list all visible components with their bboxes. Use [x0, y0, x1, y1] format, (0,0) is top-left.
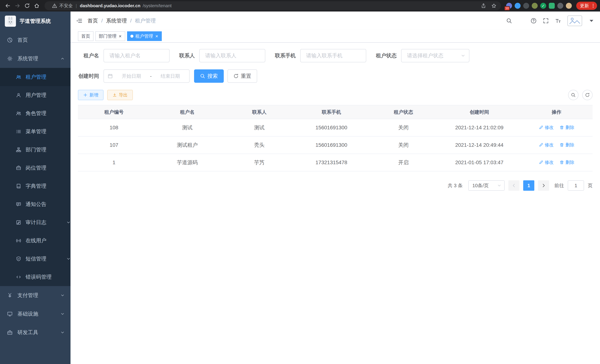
sidebar-item-user[interactable]: 用户管理 [0, 86, 71, 104]
pagination: 共 3 条 10条/页 1 前往 页 [78, 180, 593, 191]
tenant-status-select[interactable]: 请选择租户状态 [401, 49, 469, 62]
search-icon[interactable] [506, 18, 512, 24]
export-button[interactable]: 导出 [107, 90, 133, 100]
page-size-select[interactable]: 10条/页 [468, 180, 505, 191]
search-icon [200, 74, 205, 79]
browser-chrome: 不安全 | dashboard.yudao.iocoder.cn/system/… [0, 0, 600, 11]
next-page-button[interactable] [538, 180, 549, 191]
reset-button-label: 重置 [241, 73, 251, 80]
pencil-icon [539, 160, 543, 165]
edit-button[interactable]: 修改 [539, 124, 554, 131]
sidebar-item-role[interactable]: 角色管理 [0, 104, 71, 122]
sidebar-item-dev-tool[interactable]: 研发工具 [0, 323, 71, 342]
sidebar-item-system[interactable]: 系统管理 [0, 49, 71, 68]
edit-button[interactable]: 修改 [539, 142, 554, 148]
sidebar-item-post[interactable]: 岗位管理 [0, 159, 71, 177]
sidebar-item-home[interactable]: 首页 [0, 31, 71, 49]
sidebar-item-sms[interactable]: 短信管理 [0, 250, 71, 268]
extension-icon-2[interactable] [515, 3, 521, 9]
goto-page-input[interactable] [568, 180, 584, 191]
address-bar[interactable]: 不安全 | dashboard.yudao.iocoder.cn/system/… [45, 1, 501, 10]
sidebar-item-audit-log[interactable]: 审计日志 [0, 213, 71, 232]
delete-button[interactable]: 删除 [560, 159, 574, 165]
prev-page-button[interactable] [508, 180, 519, 191]
chevron-down-icon [66, 257, 71, 261]
caret-down-icon[interactable] [589, 18, 594, 24]
delete-button-label: 删除 [565, 124, 574, 131]
cell-status: 关闭 [369, 119, 438, 136]
share-icon[interactable] [481, 3, 486, 8]
extension-icon-1[interactable]: 10 [506, 3, 512, 9]
github-icon[interactable] [518, 18, 524, 24]
bookmark-star-icon[interactable] [491, 3, 497, 8]
sidebar-item-tenant[interactable]: 租户管理 [0, 68, 71, 86]
extension-icon-7[interactable] [557, 3, 563, 9]
close-icon[interactable]: × [118, 34, 122, 38]
sidebar-item-dict[interactable]: 字典管理 [0, 177, 71, 195]
sidebar-item-error-code[interactable]: 错误码管理 [0, 268, 71, 286]
chevron-left-icon [512, 183, 516, 188]
filter-row-1: 租户名 联系人 联系手机 租户状态 请选择租户状态 [78, 49, 593, 62]
fullscreen-icon[interactable] [543, 18, 549, 24]
cell-contact: 秃头 [225, 136, 294, 154]
cell-created: 2021-12-14 21:02:09 [438, 119, 521, 136]
font-size-icon[interactable] [555, 18, 561, 24]
phone-input[interactable] [300, 49, 366, 62]
edit-button-label: 修改 [545, 159, 554, 165]
add-button[interactable]: 新增 [78, 90, 103, 100]
create-time-range-picker[interactable]: 开始日期 - 结束日期 [103, 69, 190, 83]
book-icon [16, 184, 21, 189]
forward-icon [15, 3, 20, 9]
sidebar-item-menu[interactable]: 菜单管理 [0, 122, 71, 141]
app-logo[interactable]: 芋道管理系统 [0, 11, 71, 31]
tag-label: 首页 [81, 33, 90, 39]
reset-button[interactable]: 重置 [227, 69, 257, 83]
menu-label: 短信管理 [26, 255, 46, 262]
delete-button[interactable]: 删除 [560, 142, 574, 148]
breadcrumb-item[interactable]: 系统管理 [106, 17, 127, 24]
sidebar-item-pay[interactable]: 支付管理 [0, 286, 71, 305]
tag-tenant[interactable]: 租户管理× [127, 31, 162, 41]
toggle-search-button[interactable] [568, 90, 579, 100]
help-icon[interactable] [531, 18, 536, 24]
avatar[interactable] [567, 15, 582, 26]
extension-icon-4[interactable] [532, 3, 538, 9]
page-number-button[interactable]: 1 [523, 180, 534, 191]
main-area: 首页/系统管理/租户管理 首页部门管理×租户管理× 租户名 [71, 11, 600, 364]
breadcrumb-item[interactable]: 首页 [88, 17, 98, 24]
kebab-menu-icon[interactable] [591, 3, 596, 8]
cell-id: 1 [78, 154, 150, 171]
edit-button[interactable]: 修改 [539, 159, 554, 165]
cell-actions: 修改删除 [521, 119, 593, 136]
sidebar-item-online-user[interactable]: 在线用户 [0, 232, 71, 250]
close-icon[interactable]: × [155, 34, 159, 38]
sidebar-item-infra[interactable]: 基础设施 [0, 305, 71, 323]
chevron-up-icon [60, 56, 65, 61]
extension-icon-3[interactable] [523, 3, 529, 9]
extension-icon-8[interactable] [566, 3, 572, 9]
browser-home-button[interactable] [32, 1, 42, 10]
tenant-name-input[interactable] [103, 49, 169, 62]
chevron-down-icon [60, 293, 65, 297]
page-content: 租户名 联系人 联系手机 租户状态 请选择租户状态 [71, 43, 600, 364]
sidebar-item-dept[interactable]: 部门管理 [0, 141, 71, 159]
delete-button[interactable]: 删除 [560, 124, 574, 131]
refresh-table-button[interactable] [582, 90, 593, 100]
home-icon [34, 3, 39, 9]
update-button[interactable]: 更新 [576, 2, 597, 10]
extension-icon-6[interactable] [549, 3, 555, 9]
sidebar-toggle-icon[interactable] [76, 18, 82, 24]
navbar-tools [506, 15, 594, 26]
browser-back-button[interactable] [3, 1, 13, 10]
search-button[interactable]: 搜索 [194, 69, 224, 83]
extension-icon-5[interactable]: ✓ [540, 3, 546, 9]
browser-reload-button[interactable] [22, 1, 32, 10]
browser-forward-button[interactable] [13, 1, 22, 10]
tenant-name-label: 租户名 [78, 52, 99, 59]
sidebar-item-notice[interactable]: 通知公告 [0, 195, 71, 213]
tag-home[interactable]: 首页 [78, 31, 94, 41]
user-icon [16, 93, 21, 98]
end-date-placeholder: 结束日期 [155, 73, 186, 79]
contact-input[interactable] [199, 49, 265, 62]
tag-dept[interactable]: 部门管理× [95, 31, 125, 41]
